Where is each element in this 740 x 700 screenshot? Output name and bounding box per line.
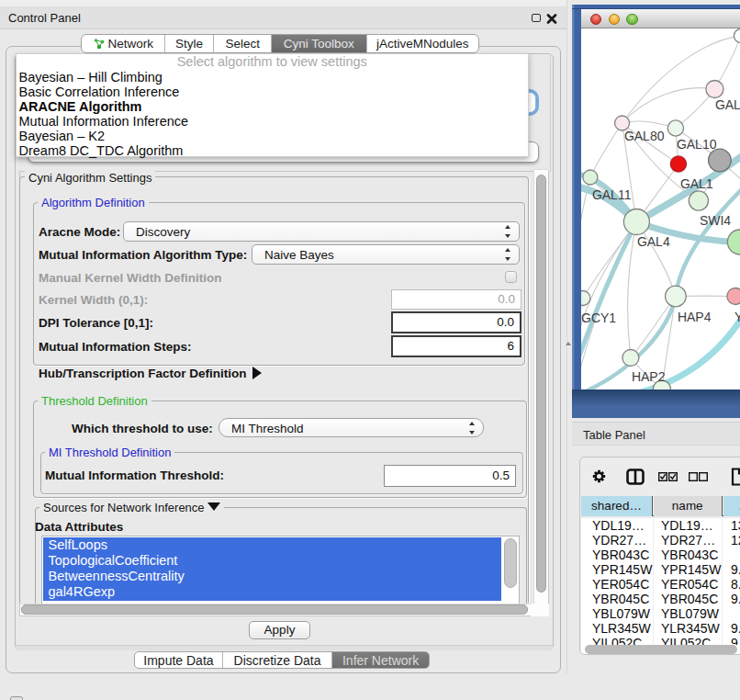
svg-text:GAL80: GAL80: [624, 129, 665, 143]
svg-text:Y: Y: [734, 310, 740, 324]
svg-text:GAL2: GAL2: [715, 97, 740, 112]
svg-text:GAL1: GAL1: [680, 176, 713, 191]
svg-text:HAP4: HAP4: [678, 310, 712, 324]
svg-text:GAL10: GAL10: [677, 137, 717, 152]
svg-text:GCY1: GCY1: [581, 310, 616, 325]
svg-text:GAL4: GAL4: [637, 234, 670, 249]
svg-text:SWI4: SWI4: [700, 213, 731, 228]
svg-text:HAP2: HAP2: [632, 369, 666, 384]
svg-text:GAL11: GAL11: [592, 187, 632, 202]
